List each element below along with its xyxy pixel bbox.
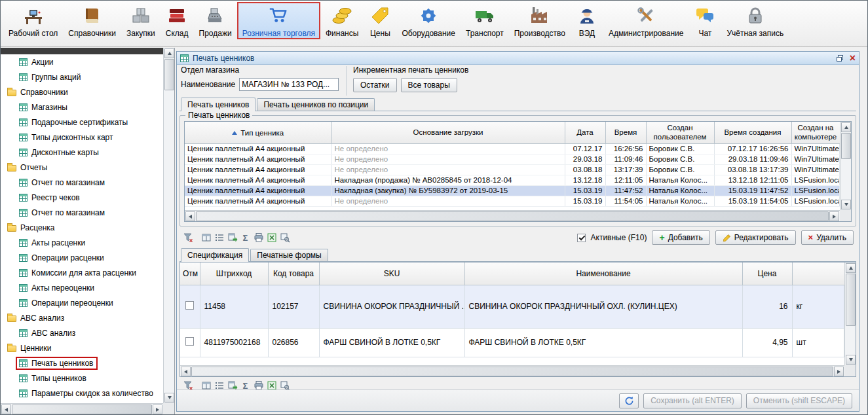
sidebar-horizontal-scrollbar[interactable] <box>1 403 163 414</box>
cell[interactable]: LSFusion.local <box>791 175 840 185</box>
cell[interactable]: СВИНИНА ОКОРОК ПРАЗДНИЧНЫЙ ОХЛ. (КУЛИН.Ц… <box>464 285 742 328</box>
spec-horizontal-scrollbar[interactable] <box>180 365 844 376</box>
column-header-date[interactable]: Дата <box>565 122 605 143</box>
column-header-name[interactable]: Наименование <box>464 262 742 285</box>
cell[interactable]: ФАРШ СВИНОЙ В ЛОТКЕ 0,5КГ <box>319 328 464 357</box>
add-button[interactable]: +Добавить <box>652 230 709 245</box>
sidebar-item-price-tag-types[interactable]: Типы ценников <box>1 370 163 386</box>
toolbar-item-administration[interactable]: Администрирование <box>603 2 689 39</box>
column-header-sku[interactable]: SKU <box>319 262 464 285</box>
cell[interactable]: 13:17:39 <box>605 164 646 175</box>
report-icon[interactable] <box>279 232 290 243</box>
tab-print-by-position[interactable]: Печать ценников по позиции <box>257 98 375 111</box>
toolbar-item-chat[interactable]: Чат <box>689 2 721 39</box>
scroll-up-button[interactable] <box>846 263 856 273</box>
cell[interactable]: Не определено <box>331 196 565 206</box>
leftovers-button[interactable]: Остатки <box>353 78 397 92</box>
sidebar-item-discount-cards[interactable]: Дисконтные карты <box>1 145 163 160</box>
sidebar-item-store-report-1[interactable]: Отчет по магазинам <box>1 175 163 190</box>
cell[interactable]: Накладная (продажа) № АВ0285845 от 2018-… <box>331 175 565 185</box>
cell[interactable]: LSFusion.local <box>791 185 840 196</box>
cell[interactable]: 11:54:05 <box>605 196 646 206</box>
table-row[interactable]: Ценник паллетный А4 акционный Не определ… <box>185 164 840 175</box>
sidebar-item-quantity-discount-params[interactable]: Параметры скидок за количество <box>1 386 163 401</box>
cell[interactable]: шт <box>792 328 844 357</box>
toolbar-item-references[interactable]: Справочники <box>63 2 121 39</box>
sidebar-item-pricing-acts[interactable]: Акты расценки <box>1 235 163 250</box>
cell[interactable]: 07.12.17 16:26:56 <box>714 143 791 154</box>
cell[interactable]: ФАРШ СВИНОЙ В ЛОТКЕ 0,5КГ <box>464 328 742 357</box>
sidebar-item-print-price-tags[interactable]: Печать ценников <box>1 355 163 370</box>
toolbar-item-desktop[interactable]: Рабочий стол <box>3 2 63 39</box>
scroll-up-button[interactable] <box>164 48 174 58</box>
table-row[interactable]: Ценник паллетный А4 акционный Не определ… <box>185 143 840 154</box>
scrollbar-thumb[interactable] <box>846 274 856 326</box>
toolbar-item-retail[interactable]: Розничная торговля <box>237 2 320 39</box>
cell[interactable]: Наталья Колос... <box>646 185 714 196</box>
export-table-icon[interactable] <box>227 232 238 243</box>
scrollbar-thumb[interactable] <box>12 405 152 414</box>
window-titlebar[interactable]: Печать ценников × <box>177 52 859 65</box>
scroll-right-button[interactable] <box>153 405 162 414</box>
cell[interactable]: 4811975002168 <box>200 328 268 357</box>
store-name-input[interactable] <box>239 78 339 91</box>
close-icon[interactable]: × <box>850 54 856 62</box>
cell[interactable]: 16 <box>742 285 792 328</box>
tab-print-forms[interactable]: Печатные формы <box>250 249 328 261</box>
delete-button[interactable]: ×Удалить <box>801 230 854 245</box>
sidebar-item-abc-analysis[interactable]: ABC анализ <box>1 325 163 340</box>
toolbar-item-equipment[interactable]: Оборудование <box>396 2 461 39</box>
scrollbar-thumb[interactable] <box>196 211 829 221</box>
scrollbar-thumb[interactable] <box>191 367 833 376</box>
scrollbar-thumb[interactable] <box>841 133 851 159</box>
column-header-product-code[interactable]: Код товара <box>268 262 319 285</box>
cell[interactable]: Ценник паллетный А4 акционный <box>185 175 331 185</box>
table-row[interactable]: 4811975002168 026856 ФАРШ СВИНОЙ В ЛОТКЕ… <box>180 328 844 357</box>
grid-settings-icon[interactable] <box>200 232 212 243</box>
column-header-price[interactable]: Цена <box>742 262 792 285</box>
scroll-down-button[interactable] <box>164 393 174 403</box>
cell[interactable]: 15.03.19 11:54:05 <box>714 196 791 206</box>
sidebar-folder-pricing[interactable]: Расценка <box>1 220 163 235</box>
cell[interactable]: 13.12.18 <box>565 175 605 185</box>
table-row-selected[interactable]: Ценник паллетный А4 акционный Накладная … <box>185 185 840 196</box>
cell[interactable]: Не определено <box>331 164 565 175</box>
scroll-left-button[interactable] <box>181 367 191 376</box>
scroll-up-button[interactable] <box>841 122 851 132</box>
cell[interactable]: 15.03.19 11:47:52 <box>714 185 791 196</box>
sidebar-item-pricing-operations[interactable]: Операции расценки <box>1 250 163 265</box>
cell[interactable]: 12:11:05 <box>605 175 646 185</box>
cell[interactable] <box>180 285 200 328</box>
cell[interactable]: LSFusion.local <box>791 196 840 206</box>
column-header-time[interactable]: Время <box>605 122 646 143</box>
cell[interactable]: 11458 <box>200 285 268 328</box>
column-header-mark[interactable]: Отм <box>180 262 200 285</box>
cancel-button[interactable]: Отменить (shift ESCAPE) <box>746 393 852 408</box>
toolbar-item-production[interactable]: Производство <box>509 2 571 39</box>
partially-visible-item[interactable] <box>1 48 163 54</box>
cell[interactable]: 13.12.18 12:11:05 <box>714 175 791 185</box>
sidebar-item-discount-card-types[interactable]: Типы дисконтных карт <box>1 130 163 145</box>
toolbar-item-warehouse[interactable]: Склад <box>160 2 194 39</box>
cell[interactable]: 4,95 <box>742 328 792 357</box>
cell[interactable]: кг <box>792 285 844 328</box>
scroll-down-button[interactable] <box>846 355 856 365</box>
sidebar-item-pricing-act-commissions[interactable]: Комиссии для акта расценки <box>1 265 163 280</box>
refresh-button[interactable] <box>619 393 639 408</box>
cell[interactable]: Наталья Колос... <box>646 196 714 206</box>
cell[interactable]: Не определено <box>331 143 565 154</box>
table-row[interactable]: Ценник паллетный А4 акционный Не определ… <box>185 196 840 206</box>
cell[interactable] <box>180 328 200 357</box>
toolbar-item-sales[interactable]: Продажи <box>194 2 237 39</box>
cell[interactable]: Боровик С.В. <box>646 143 714 154</box>
sidebar-folder-abc-analysis[interactable]: ABC анализ <box>1 310 163 325</box>
scroll-left-button[interactable] <box>185 211 195 221</box>
sidebar-item-receipt-register[interactable]: Реестр чеков <box>1 190 163 205</box>
cell[interactable]: Боровик С.В. <box>646 154 714 164</box>
cell[interactable]: Наталья Колос... <box>646 175 714 185</box>
save-button[interactable]: Сохранить (alt ENTER) <box>643 393 742 408</box>
sidebar-item-gift-certificates[interactable]: Подарочные сертификаты <box>1 115 163 130</box>
sidebar-item-revaluation-acts[interactable]: Акты переоценки <box>1 280 163 295</box>
print-icon[interactable] <box>253 232 264 243</box>
cell[interactable]: 29.03.18 11:09:46 <box>714 154 791 164</box>
